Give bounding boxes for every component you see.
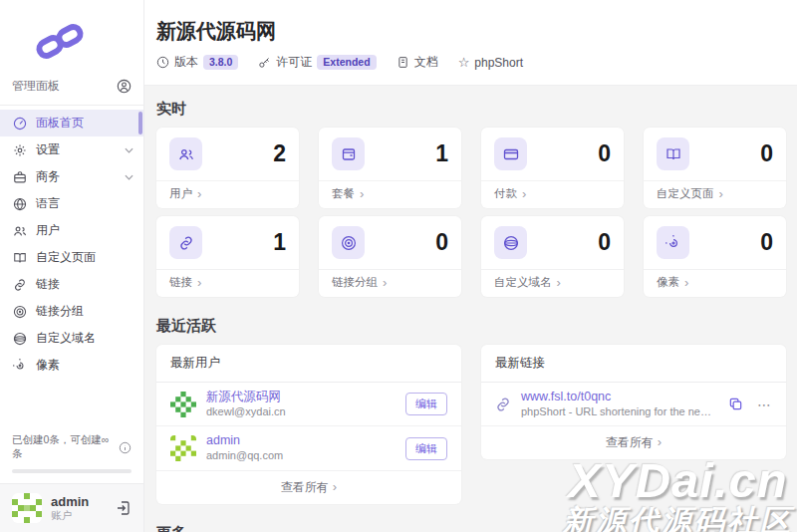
users-icon: [169, 137, 202, 170]
stats-grid: 2 用户› 1 套餐› 0 付款›: [156, 128, 786, 297]
chain-logo-icon: [34, 14, 143, 66]
stat-card-link-groups[interactable]: 0 链接分组›: [319, 216, 461, 297]
stat-value: 1: [435, 140, 448, 167]
latest-links-title: 最新链接: [481, 345, 786, 383]
panel-label-row: 管理面板: [0, 72, 143, 106]
target-icon: [332, 226, 365, 259]
account-circle-icon[interactable]: [117, 79, 132, 94]
chevron-right-icon: ›: [522, 187, 526, 200]
stat-label: 付款: [494, 186, 517, 201]
version-meta: 版本 3.8.0: [156, 54, 238, 71]
more-options-icon[interactable]: ⋯: [757, 397, 772, 412]
user-email: dkewl@xydai.cn: [206, 405, 396, 419]
chevron-right-icon: ›: [333, 479, 337, 494]
gear-icon: [13, 143, 27, 157]
stat-card-custom-pages[interactable]: 0 自定义页面›: [644, 128, 786, 208]
sidebar-item-label: 自定义域名: [36, 330, 133, 347]
user-role: 账户: [51, 509, 107, 521]
stat-card-payments[interactable]: 0 付款›: [481, 128, 624, 208]
chevron-right-icon: ›: [383, 276, 387, 289]
edit-button[interactable]: 编辑: [405, 393, 447, 415]
user-row: admin admin@qq.com 编辑: [156, 426, 461, 470]
user-name-link[interactable]: admin: [206, 433, 396, 449]
sidebar-item-settings[interactable]: 设置: [0, 136, 143, 163]
chevron-right-icon: ›: [684, 276, 688, 289]
chevron-down-icon: [125, 147, 133, 153]
docs-link[interactable]: 文档: [397, 54, 438, 71]
link-description: phpShort - URL shortening for the new ge…: [521, 405, 718, 419]
chevron-right-icon: ›: [557, 276, 561, 289]
avatar: [170, 435, 196, 461]
phpshort-label: phpShort: [474, 56, 523, 70]
sidebar-item-custom-pages[interactable]: 自定义页面: [0, 244, 143, 271]
target-icon: [13, 305, 27, 319]
license-badge: Extended: [317, 55, 376, 70]
panel-label: 管理面板: [12, 78, 60, 95]
latest-users-panel: 最新用户 新源代源码网 dkewl@xydai.cn 编辑: [156, 345, 461, 504]
sidebar-item-custom-domains[interactable]: 自定义域名: [0, 325, 143, 352]
dashboard-content: 实时 2 用户› 1 套餐› 0 付: [144, 86, 797, 532]
user-email: admin@qq.com: [206, 449, 396, 463]
short-url-link[interactable]: www.fsl.to/t0qnc: [521, 390, 718, 405]
stat-value: 0: [760, 229, 773, 256]
chevron-right-icon: ›: [719, 187, 723, 200]
users-icon: [13, 224, 27, 238]
domain-globe-icon: [13, 332, 27, 346]
chevron-right-icon: ›: [658, 434, 662, 449]
user-name-link[interactable]: 新源代源码网: [206, 390, 396, 405]
avatar: [12, 493, 42, 523]
chevron-right-icon: ›: [197, 276, 201, 289]
copy-icon[interactable]: [728, 397, 743, 411]
sidebar-item-label: 设置: [36, 141, 116, 158]
sidebar-item-label: 面板首页: [36, 115, 133, 132]
stat-label: 自定义域名: [494, 275, 552, 290]
link-icon: [169, 226, 202, 259]
recent-grid: 最新用户 新源代源码网 dkewl@xydai.cn 编辑: [156, 345, 786, 504]
sidebar-bottom: 已创建0条，可创建∞条 admin 账户: [0, 425, 143, 532]
sidebar-item-label: 链接分组: [36, 303, 133, 320]
sidebar-item-links[interactable]: 链接: [0, 271, 143, 298]
spiral-icon: [657, 226, 689, 259]
docs-label: 文档: [414, 54, 438, 71]
stat-label: 像素: [657, 275, 679, 290]
phpshort-link[interactable]: ☆ phpShort: [458, 55, 523, 70]
info-icon[interactable]: [119, 441, 132, 454]
stat-value: 0: [598, 140, 611, 167]
stat-card-links[interactable]: 1 链接›: [156, 216, 299, 297]
sidebar-item-pixels[interactable]: 像素: [0, 352, 143, 379]
stat-value: 0: [435, 229, 448, 256]
stat-label: 自定义页面: [657, 186, 714, 201]
quota-text: 已创建0条，可创建∞条: [12, 433, 119, 461]
stat-card-plans[interactable]: 1 套餐›: [319, 128, 461, 208]
section-title-more: 更多: [156, 524, 786, 532]
version-label: 版本: [174, 54, 198, 71]
sidebar-item-language[interactable]: 语言: [0, 190, 143, 217]
user-row: 新源代源码网 dkewl@xydai.cn 编辑: [156, 383, 461, 426]
document-icon: [397, 56, 409, 69]
link-icon: [13, 278, 27, 292]
sidebar-user-card[interactable]: admin 账户: [0, 483, 143, 532]
latest-links-panel: 最新链接 www.fsl.to/t0qnc phpShort - URL sho…: [481, 345, 786, 459]
link-row: www.fsl.to/t0qnc phpShort - URL shorteni…: [481, 383, 786, 426]
stat-label: 链接分组: [332, 275, 378, 290]
stat-card-custom-domains[interactable]: 0 自定义域名›: [481, 216, 624, 297]
view-all-links-link[interactable]: 查看所有›: [481, 426, 786, 459]
latest-users-title: 最新用户: [156, 345, 461, 383]
sidebar-item-business[interactable]: 商务: [0, 163, 143, 190]
sidebar-item-dashboard[interactable]: 面板首页: [0, 110, 143, 136]
sidebar-item-link-groups[interactable]: 链接分组: [0, 298, 143, 325]
app-logo[interactable]: [0, 0, 143, 72]
view-all-users-link[interactable]: 查看所有›: [156, 471, 461, 504]
edit-button[interactable]: 编辑: [405, 437, 447, 460]
stat-card-pixels[interactable]: 0 像素›: [644, 216, 786, 297]
package-icon: [332, 137, 365, 170]
license-meta: 许可证 Extended: [258, 54, 376, 71]
logout-icon[interactable]: [116, 500, 132, 516]
stat-card-users[interactable]: 2 用户›: [156, 128, 299, 208]
stat-value: 2: [273, 140, 286, 167]
stat-value: 0: [760, 140, 773, 167]
sidebar-item-users[interactable]: 用户: [0, 217, 143, 244]
link-icon: [495, 397, 511, 412]
spiral-icon: [13, 359, 27, 373]
book-icon: [657, 137, 689, 170]
